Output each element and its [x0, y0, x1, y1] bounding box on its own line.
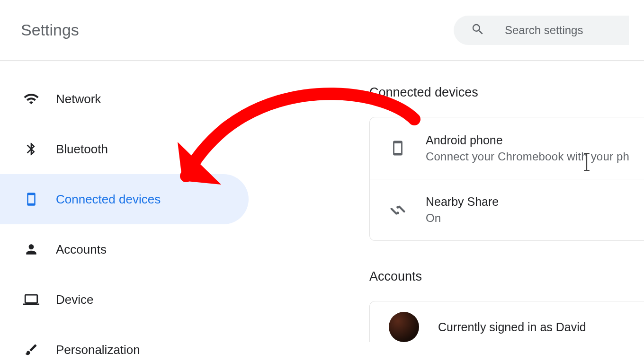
sidebar-item-label: Device: [56, 292, 93, 307]
section-title-connected-devices: Connected devices: [369, 85, 644, 100]
android-phone-subtitle: Connect your Chromebook with your ph: [426, 150, 629, 163]
app-header: Settings: [0, 0, 644, 61]
phone-icon: [23, 191, 40, 208]
brush-icon: [23, 341, 40, 358]
nearby-share-row[interactable]: Nearby Share On: [370, 179, 644, 240]
sidebar-item-label: Network: [56, 92, 101, 106]
person-icon: [23, 241, 40, 258]
svg-point-0: [396, 206, 399, 208]
nearby-share-icon: [389, 201, 407, 219]
phone-icon: [389, 139, 407, 157]
sidebar-item-network[interactable]: Network: [0, 74, 249, 124]
sidebar-nav: Network Bluetooth Connected devices Acco…: [0, 61, 256, 362]
row-text: Android phone Connect your Chromebook wi…: [426, 133, 629, 163]
search-container[interactable]: [454, 16, 629, 45]
accounts-section: Accounts Currently signed in as David: [369, 269, 644, 342]
sidebar-item-accounts[interactable]: Accounts: [0, 224, 249, 274]
sidebar-item-label: Bluetooth: [56, 142, 108, 157]
android-phone-row[interactable]: Android phone Connect your Chromebook wi…: [370, 117, 644, 179]
search-icon: [471, 22, 485, 38]
wifi-icon: [23, 90, 40, 107]
signed-in-text: Currently signed in as David: [438, 320, 586, 334]
accounts-card[interactable]: Currently signed in as David: [369, 301, 644, 342]
nearby-share-title: Nearby Share: [426, 195, 499, 209]
android-phone-title: Android phone: [426, 133, 629, 147]
sidebar-item-label: Personalization: [56, 343, 140, 357]
main-content: Connected devices Android phone Connect …: [256, 61, 644, 362]
search-input[interactable]: [505, 24, 612, 37]
sidebar-item-connected-devices[interactable]: Connected devices: [0, 174, 249, 224]
sidebar-item-label: Connected devices: [56, 192, 161, 207]
page-title: Settings: [21, 21, 79, 39]
avatar: [389, 312, 419, 342]
section-title-accounts: Accounts: [369, 269, 644, 284]
main-layout: Network Bluetooth Connected devices Acco…: [0, 61, 644, 362]
sidebar-item-label: Accounts: [56, 242, 107, 257]
laptop-icon: [23, 291, 40, 308]
sidebar-item-personalization[interactable]: Personalization: [0, 325, 249, 362]
connected-devices-section: Connected devices Android phone Connect …: [369, 85, 644, 241]
row-text: Nearby Share On: [426, 195, 499, 225]
bluetooth-icon: [23, 141, 40, 158]
sidebar-item-device[interactable]: Device: [0, 274, 249, 325]
svg-point-1: [396, 212, 399, 214]
nearby-share-status: On: [426, 212, 499, 225]
sidebar-item-bluetooth[interactable]: Bluetooth: [0, 124, 249, 174]
connected-devices-card: Android phone Connect your Chromebook wi…: [369, 117, 644, 241]
